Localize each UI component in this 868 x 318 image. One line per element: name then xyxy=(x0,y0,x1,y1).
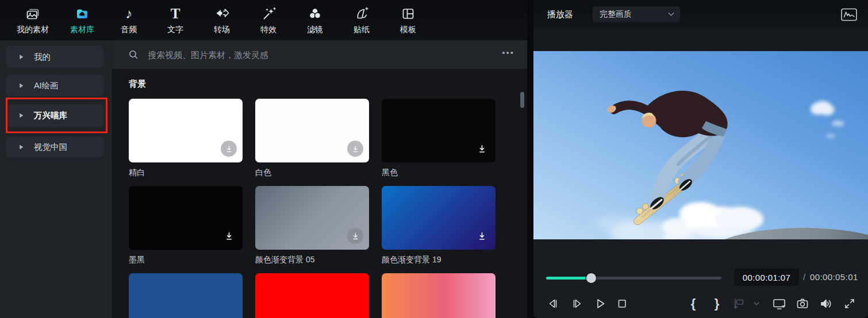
tab-label: 特效 xyxy=(260,25,276,35)
download-icon[interactable] xyxy=(221,228,237,244)
tab-stickers[interactable]: 贴纸 xyxy=(346,5,377,35)
search-input[interactable] xyxy=(148,50,502,60)
background-card: 颜色渐变背景 19 xyxy=(382,186,496,273)
swatch-label: 黑色 xyxy=(382,168,496,178)
seek-track[interactable] xyxy=(546,277,721,280)
tab-text[interactable]: T 文字 xyxy=(160,5,191,35)
background-swatch[interactable] xyxy=(382,186,496,250)
background-swatch[interactable] xyxy=(255,186,369,250)
seek-progress xyxy=(546,277,591,280)
seek-handle[interactable] xyxy=(586,273,596,283)
expand-arrow-icon: ▶ xyxy=(20,82,23,89)
tab-label: 贴纸 xyxy=(354,25,370,35)
tab-label: 文字 xyxy=(167,25,183,35)
scopes-button[interactable] xyxy=(840,7,858,22)
top-toolbar: 我的素材 素材库 ♪ 音频 xyxy=(0,0,527,40)
download-icon[interactable] xyxy=(221,141,237,157)
background-card xyxy=(382,273,496,318)
transition-icon xyxy=(214,5,230,23)
snapshot-camera-button[interactable] xyxy=(793,294,812,313)
background-swatch[interactable] xyxy=(129,99,243,162)
download-icon[interactable] xyxy=(347,228,363,244)
materials-panel: ••• 背景 精白 xyxy=(112,40,527,318)
swatch-label: 颜色渐变背景 19 xyxy=(382,255,496,265)
background-swatch[interactable] xyxy=(255,273,369,318)
expand-arrow-icon: ▶ xyxy=(20,112,23,119)
sidebar-item-ai-painting[interactable]: ▶ AI绘画 xyxy=(6,75,104,96)
tab-label: 素材库 xyxy=(70,25,94,35)
music-note-icon: ♪ xyxy=(125,5,132,23)
volume-button[interactable] xyxy=(817,294,835,313)
letterbox-top xyxy=(533,29,868,51)
template-icon xyxy=(400,5,416,23)
swatch-label: 精白 xyxy=(129,168,243,178)
panel-divider xyxy=(527,0,533,318)
play-button[interactable] xyxy=(591,294,609,313)
effects-wand-icon xyxy=(260,5,276,23)
mark-out-button[interactable]: } xyxy=(708,294,726,313)
background-card: 黑色 xyxy=(382,99,496,186)
mark-in-button[interactable]: { xyxy=(684,294,702,313)
video-editor-app: 我的素材 素材库 ♪ 音频 xyxy=(0,0,868,318)
previous-frame-button[interactable] xyxy=(544,294,562,313)
total-timecode: 00:00:05:01 xyxy=(810,272,858,282)
text-icon: T xyxy=(171,5,180,23)
background-grid: 精白 白色 xyxy=(129,99,508,318)
current-timecode: 00:00:01:07 xyxy=(734,269,799,286)
next-frame-button[interactable] xyxy=(568,294,586,313)
swatch-label: 墨黑 xyxy=(129,255,243,265)
library-icon xyxy=(74,5,90,23)
swatch-label: 颜色渐变背景 05 xyxy=(255,255,369,265)
sidebar-item-mine[interactable]: ▶ 我的 xyxy=(6,46,104,68)
display-device-button[interactable] xyxy=(770,294,789,313)
transport-controls: { } xyxy=(533,292,868,318)
tab-label: 我的素材 xyxy=(17,25,49,35)
background-card xyxy=(255,273,369,318)
background-swatch[interactable] xyxy=(129,186,243,250)
background-swatch[interactable] xyxy=(255,99,369,162)
seek-bar-row: 00:00:01:07 / 00:00:05:01 xyxy=(533,263,868,292)
search-bar: ••• xyxy=(112,40,527,69)
background-card: 颜色渐变背景 05 xyxy=(255,186,369,273)
expand-arrow-icon: ▶ xyxy=(20,144,23,150)
tab-templates[interactable]: 模板 xyxy=(393,5,424,35)
more-options-button[interactable]: ••• xyxy=(502,50,514,59)
video-preview[interactable] xyxy=(533,51,868,239)
tab-label: 模板 xyxy=(400,25,416,35)
sidebar-item-visual-china[interactable]: ▶ 视觉中国 xyxy=(6,136,104,158)
stop-button[interactable] xyxy=(613,294,631,313)
tab-my-media[interactable]: 我的素材 xyxy=(14,5,51,35)
tab-effects[interactable]: 特效 xyxy=(253,5,284,35)
background-swatch[interactable] xyxy=(129,273,243,318)
download-icon[interactable] xyxy=(474,141,490,157)
timecode-separator: / xyxy=(803,272,805,282)
background-swatch[interactable] xyxy=(382,99,496,162)
sidebar: ▶ 我的 ▶ AI绘画 ▶ 万兴喵库 ▶ 视觉中国 xyxy=(0,40,112,318)
section-title-backgrounds: 背景 xyxy=(129,79,146,90)
download-icon[interactable] xyxy=(474,228,490,244)
swatch-label: 白色 xyxy=(255,168,369,178)
tab-label: 音频 xyxy=(121,25,137,35)
background-card: 墨黑 xyxy=(129,186,243,273)
scrollbar-thumb[interactable] xyxy=(520,92,524,108)
player-title: 播放器 xyxy=(547,9,573,20)
search-icon xyxy=(128,49,139,60)
media-icon xyxy=(25,5,41,23)
background-card xyxy=(129,273,243,318)
sticker-icon xyxy=(354,5,370,23)
tab-stock-library[interactable]: 素材库 xyxy=(67,5,98,35)
quality-dropdown[interactable]: 完整画质 xyxy=(593,6,680,22)
tab-filters[interactable]: 滤镜 xyxy=(299,5,331,35)
fullscreen-button[interactable] xyxy=(840,294,859,313)
sidebar-item-wondershare-library[interactable]: ▶ 万兴喵库 xyxy=(6,104,104,126)
tab-transitions[interactable]: 转场 xyxy=(206,5,237,35)
player-panel: 播放器 完整画质 xyxy=(533,0,868,318)
download-icon[interactable] xyxy=(347,141,363,157)
chevron-down-icon xyxy=(669,10,674,15)
tab-audio[interactable]: ♪ 音频 xyxy=(113,5,144,35)
background-swatch[interactable] xyxy=(382,273,496,318)
background-card: 白色 xyxy=(255,99,369,186)
background-card: 精白 xyxy=(129,99,243,186)
tab-label: 滤镜 xyxy=(307,25,323,35)
player-header: 播放器 完整画质 xyxy=(533,0,868,29)
